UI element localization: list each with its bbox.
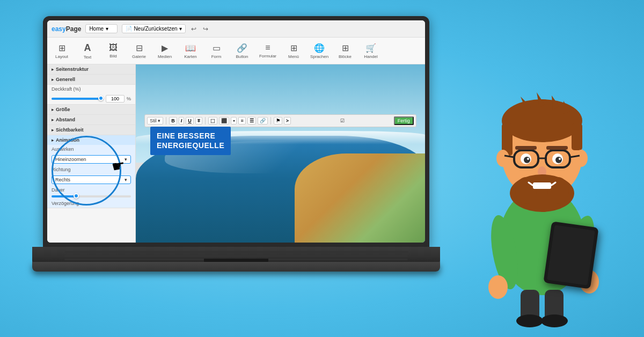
list-button[interactable]: ≡ (238, 117, 245, 124)
deckkraft-input[interactable] (106, 95, 125, 102)
tool-layout[interactable]: ⊞ Layout (49, 39, 74, 63)
tool-gallery-label: Galerie (132, 54, 146, 59)
section-generell-title[interactable]: Generell (47, 75, 135, 84)
richtung-value: Rechts (55, 177, 70, 182)
screen-content: easyPage Home ▾ 📄 Neu/Zurücksetzen ▾ ↩ ↪ (47, 20, 425, 243)
mascot-svg (456, 11, 628, 327)
section-generell: Generell (47, 75, 135, 85)
tablet (543, 221, 598, 289)
link-button[interactable]: 🔗 (258, 117, 268, 124)
auswirken-row: Auswirken (47, 145, 135, 153)
richtung-label: Richtung (52, 167, 71, 172)
text-icon: A (84, 42, 91, 54)
canvas-area[interactable]: Stil ▾ B I U T ⬚ ⬛ ▪ ≡ (136, 64, 425, 243)
image-icon: 🖼 (109, 43, 118, 53)
laptop-screen-bezel: easyPage Home ▾ 📄 Neu/Zurücksetzen ▾ ↩ ↪ (43, 16, 429, 247)
maps-icon: 📖 (185, 43, 196, 53)
auswirken-dropdown-row: Hineinzoomen ▾ (47, 153, 135, 165)
form-icon: ▭ (213, 43, 221, 53)
section-sichtbarkeit-title[interactable]: Sichtbarkeit (47, 125, 135, 135)
bold-button[interactable]: B (169, 117, 177, 124)
brand-easy: easy (52, 25, 66, 33)
laptop-foot (32, 262, 440, 272)
slider-fill (52, 98, 104, 100)
tool-shop[interactable]: 🛒 Handel (358, 39, 383, 63)
section-sichtbarkeit: Sichtbarkeit (47, 125, 135, 135)
laptop-screen: easyPage Home ▾ 📄 Neu/Zurücksetzen ▾ ↩ ↪ (47, 20, 425, 243)
strikethrough-button[interactable]: T (195, 117, 203, 124)
section-animation: Animation Auswirken Hineinzoomen ▾ (47, 135, 135, 208)
svg-point-19 (524, 157, 530, 163)
flag-button[interactable]: ⚑ (274, 117, 282, 124)
slider-track (52, 98, 104, 100)
tool-button-label: Button (236, 54, 248, 59)
dauer-thumb[interactable] (74, 193, 79, 199)
tool-text[interactable]: A Text (75, 39, 100, 63)
section-seitenstruktur-title[interactable]: Seitenstruktur (47, 64, 135, 74)
page-dropdown[interactable]: Home ▾ (85, 24, 118, 33)
main-area: Seitenstruktur Generell Deckkraft (%) (47, 64, 425, 243)
tool-menu[interactable]: ⊞ Menü (281, 39, 306, 63)
tool-shop-label: Handel (364, 54, 377, 59)
abstand-label: Abstand (56, 117, 75, 122)
section-groesse-title[interactable]: Größe (47, 105, 135, 114)
finish-button[interactable]: Fertig (394, 116, 414, 125)
auswirken-dropdown[interactable]: Hineinzoomen ▾ (52, 155, 131, 164)
list2-button[interactable]: ☰ (247, 117, 256, 124)
sep1 (166, 117, 166, 124)
tool-image[interactable]: 🖼 Bild (101, 39, 126, 63)
keyboard-line-3 (64, 259, 408, 260)
sidebar: Seitenstruktur Generell Deckkraft (%) (47, 64, 136, 243)
align-center-button[interactable]: ⬛ (219, 117, 229, 124)
tool-languages[interactable]: 🌐 Sprachen (307, 39, 332, 63)
brand-logo: easyPage (52, 25, 81, 33)
groesse-label: Größe (56, 107, 70, 112)
tool-gallery[interactable]: ⊟ Galerie (127, 39, 151, 63)
svg-rect-29 (533, 182, 551, 189)
tablet-screen (547, 225, 595, 285)
dauer-slider[interactable] (52, 195, 131, 197)
text-overlay[interactable]: EINE BESSERE ENERGIEQUELLE (150, 127, 231, 155)
tool-blocks[interactable]: ⊞ Blöcke (333, 39, 357, 63)
verzoegerung-row: Verzögerung (47, 199, 135, 208)
deckkraft-slider[interactable] (52, 98, 104, 100)
new-reset-button[interactable]: 📄 Neu/Zurücksetzen ▾ (122, 24, 185, 33)
style-dropdown[interactable]: Stil ▾ (147, 117, 163, 124)
tool-media[interactable]: ▶ Medien (152, 39, 177, 63)
tool-form[interactable]: ▭ Form (204, 39, 229, 63)
italic-button[interactable]: I (179, 117, 185, 124)
gallery-icon: ⊟ (136, 43, 143, 53)
text-toolbar: Stil ▾ B I U T ⬚ ⬛ ▪ ≡ (144, 114, 416, 127)
keyboard-line-1 (64, 251, 408, 253)
align-right-button[interactable]: ▪ (231, 117, 237, 124)
underline-button[interactable]: U (186, 117, 194, 124)
tool-formular[interactable]: ≡ Formular (255, 39, 280, 63)
tool-blocks-label: Blöcke (339, 54, 352, 59)
new-reset-label: Neu/Zurücksetzen (134, 26, 177, 32)
section-animation-title[interactable]: Animation (47, 135, 135, 145)
tool-maps[interactable]: 📖 Karten (178, 39, 203, 63)
auswirken-label: Auswirken (52, 146, 74, 152)
more-button[interactable]: > (284, 117, 291, 124)
dauer-slider-track (52, 195, 131, 197)
section-abstand-title[interactable]: Abstand (47, 115, 135, 124)
svg-rect-24 (546, 146, 568, 150)
toolbar: ⊞ Layout A Text 🖼 Bild ⊟ Galerie (47, 38, 425, 64)
page-icon: 📄 (126, 26, 132, 32)
sep3 (270, 117, 271, 124)
align-left-button[interactable]: ⬚ (208, 117, 217, 124)
slider-thumb[interactable] (98, 96, 104, 101)
svg-rect-5 (572, 123, 582, 150)
svg-rect-23 (515, 146, 537, 150)
undo-button[interactable]: ↩ (190, 25, 197, 33)
tool-button[interactable]: 🔗 Button (230, 39, 254, 63)
verzoegerung-label: Verzögerung (52, 201, 79, 206)
tool-text-label: Text (84, 55, 92, 60)
richtung-chevron-icon: ▾ (125, 177, 127, 182)
page-dropdown-label: Home (89, 26, 104, 32)
redo-button[interactable]: ↪ (202, 25, 209, 33)
style-label: Stil (150, 118, 157, 123)
tool-formular-label: Formular (259, 54, 276, 58)
richtung-dropdown[interactable]: Rechts ▾ (52, 175, 131, 184)
svg-point-21 (527, 158, 529, 160)
